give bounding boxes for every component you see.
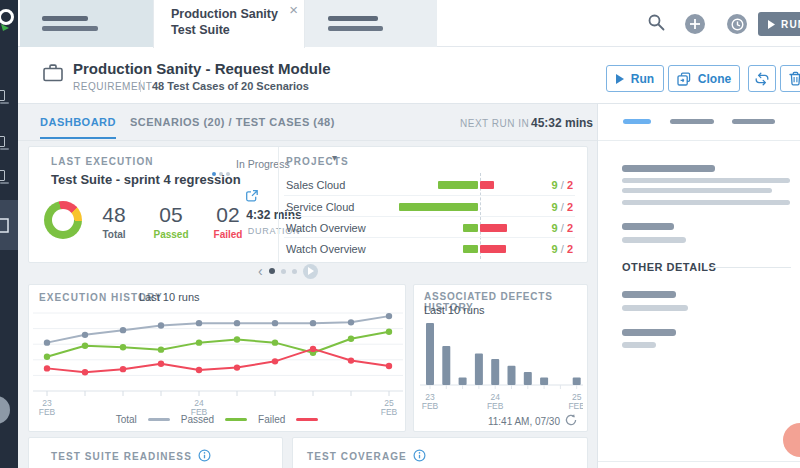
passed-bar — [463, 224, 478, 232]
project-row[interactable]: Watch Overview 9 / 2 — [278, 238, 587, 260]
play-icon — [616, 74, 624, 84]
header-divider — [140, 80, 141, 92]
carousel-dot-active[interactable] — [269, 268, 275, 274]
skeleton-label — [622, 291, 676, 298]
clone-icon — [677, 72, 691, 86]
tabs-divider — [18, 140, 597, 141]
project-row[interactable]: Sales Cloud 9 / 2 — [278, 174, 587, 196]
count-text: 48 Test Cases of 20 Scenarios — [152, 80, 309, 92]
caret-down-icon[interactable]: ▾ — [332, 152, 337, 163]
results-donut-chart — [44, 201, 82, 239]
tab-skeleton-left[interactable] — [20, 0, 153, 47]
plus-icon — [690, 19, 700, 29]
skeleton-value — [622, 342, 656, 348]
test-coverage-card[interactable]: TEST COVERAGE — [292, 437, 588, 468]
failed-swatch — [296, 418, 318, 421]
failed-bar — [480, 245, 506, 253]
trash-icon — [789, 71, 800, 86]
skeleton-line — [622, 188, 772, 193]
details-panel: OTHER DETAILS — [597, 104, 800, 468]
defects-history-chart: 23FEB24FEB25FEB — [420, 319, 583, 419]
logo-icon — [0, 4, 18, 32]
execution-history-card: EXECUTION HISTORY Last 10 runs 23FEB24FE… — [28, 284, 406, 432]
close-icon[interactable]: × — [289, 3, 298, 17]
tab-scenarios[interactable]: SCENARIOS (20) / TEST CASES (48) — [130, 116, 335, 128]
refresh-icon[interactable] — [565, 414, 577, 428]
skeleton-label — [622, 329, 676, 336]
skeleton-label — [622, 223, 674, 230]
defects-history-subtitle: Last 10 runs — [424, 304, 485, 316]
carousel-play-button[interactable] — [303, 264, 318, 279]
test-suite-readiness-card[interactable]: TEST SUITE READINESS — [28, 437, 283, 468]
carousel-dot[interactable] — [292, 269, 297, 274]
app-logo[interactable] — [0, 4, 18, 36]
other-details-title: OTHER DETAILS — [622, 261, 716, 273]
info-icon[interactable] — [198, 449, 211, 464]
execution-name: Test Suite - sprint 4 regression — [51, 172, 241, 187]
project-row[interactable]: Service Cloud 9 / 2 — [278, 196, 587, 218]
carousel-prev-icon[interactable]: ‹ — [258, 264, 263, 278]
sidebar-active-icon — [0, 218, 10, 234]
panel-tab[interactable] — [732, 119, 775, 124]
sidebar-item-2-icon — [0, 136, 5, 147]
left-sidebar — [0, 0, 18, 468]
skeleton-value — [622, 305, 688, 311]
skeleton-line — [622, 200, 790, 205]
failed-bar — [480, 181, 494, 189]
sidebar-item-active[interactable] — [0, 200, 18, 250]
failed-bar — [480, 224, 507, 232]
skeleton-line — [622, 178, 790, 183]
info-icon[interactable] — [413, 449, 426, 464]
carousel-controls: ‹ — [258, 263, 318, 279]
chart-legend: Total Passed Failed — [29, 414, 405, 425]
tab-production-sanity[interactable]: Production Sanity Test Suite × — [153, 0, 305, 48]
svg-text:FEB: FEB — [568, 401, 583, 411]
tab-dashboard[interactable]: DASHBOARD — [40, 116, 116, 139]
sidebar-item-3-icon — [0, 170, 5, 181]
tab-title: Production Sanity Test Suite — [171, 7, 283, 38]
search-icon[interactable] — [648, 14, 665, 35]
avatar[interactable] — [0, 396, 10, 424]
clock-icon — [731, 18, 744, 31]
status-text: In Progress — [236, 158, 290, 170]
svg-text:FEB: FEB — [487, 401, 504, 411]
repeat-button[interactable] — [748, 65, 776, 92]
skeleton-value — [622, 237, 686, 243]
play-icon — [768, 20, 775, 29]
delete-button[interactable] — [780, 65, 800, 92]
play-icon — [308, 267, 314, 275]
panel-tab-active[interactable] — [623, 119, 651, 124]
clone-button[interactable]: Clone — [668, 65, 740, 92]
project-row[interactable]: Watch Overview 9 / 2 — [278, 217, 587, 239]
add-button[interactable] — [685, 14, 705, 34]
total-swatch — [148, 418, 170, 421]
execution-history-subtitle: Last 10 runs — [139, 291, 200, 303]
sidebar-item-1-icon — [0, 90, 5, 101]
defects-history-card: ASSOCIATED DEFECTS HISTORY Last 10 runs … — [413, 284, 588, 432]
recent-runs-button[interactable] — [727, 14, 747, 34]
last-refreshed: 11:41 AM, 07/30 — [488, 414, 577, 428]
run-button[interactable]: Run — [606, 65, 664, 92]
other-details-rule — [708, 267, 791, 268]
app-screen: Production Sanity Test Suite × RUN Produ… — [0, 0, 800, 468]
topbar: Production Sanity Test Suite × RUN — [18, 0, 800, 47]
panel-tab[interactable] — [670, 119, 714, 124]
panel-tabs — [598, 104, 800, 141]
repeat-icon — [754, 72, 770, 86]
passed-bar — [399, 203, 478, 211]
test-coverage-title: TEST COVERAGE — [307, 451, 407, 462]
stat-passed: 05 Passed — [148, 203, 194, 240]
next-run-value: 45:32 mins — [531, 116, 593, 130]
carousel-dot[interactable] — [281, 269, 286, 274]
passed-bar — [438, 181, 478, 189]
run-button-topbar[interactable]: RUN — [758, 12, 800, 36]
suite-header: Production Sanity - Request Module REQUI… — [18, 48, 800, 104]
panel-bottom-rule — [598, 461, 800, 462]
projects-title: PROJECTS — [286, 156, 349, 167]
svg-text:FEB: FEB — [422, 401, 439, 411]
test-suite-readiness-title: TEST SUITE READINESS — [51, 451, 192, 462]
stat-total: 48 Total — [91, 203, 137, 240]
tab-skeleton-right[interactable] — [305, 0, 437, 47]
briefcase-icon — [43, 63, 64, 86]
passed-bar — [463, 245, 478, 253]
